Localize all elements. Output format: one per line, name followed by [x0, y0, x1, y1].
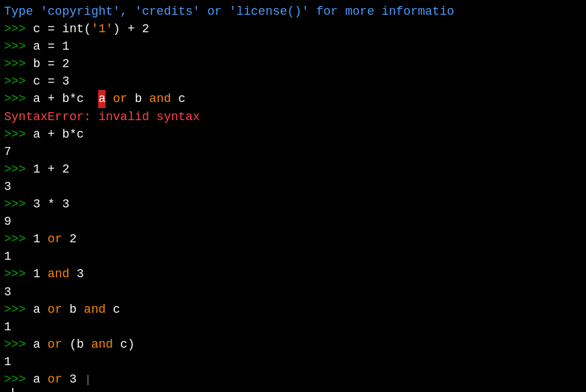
line-a-assign: >>> a = 1 [4, 38, 582, 55]
line-1-and-3: >>> 1 and 3 [4, 265, 582, 283]
line-1-or-2: >>> 1 or 2 [4, 230, 582, 248]
line-a-or-b-and-c: >>> a or b and c [4, 301, 582, 318]
line-b-assign: >>> b = 2 [4, 55, 582, 72]
line-out-9: 9 [4, 213, 582, 230]
line-syntax-error-input: >>> a + b*c a or b and c [4, 90, 582, 107]
line-a-or-3: >>> a or 3 │ [4, 371, 582, 388]
line-out-1c: 1 [4, 353, 582, 371]
line-c-assign: >>> c = int('1') + 2 [4, 20, 582, 38]
line-out-1b: 1 [4, 318, 582, 336]
line-a-bmc: >>> a + b*c [4, 126, 582, 143]
line-3-times-3: >>> 3 * 3 [4, 195, 582, 213]
line-c-assign2: >>> c = 3 [4, 72, 582, 90]
line-out-1a: 1 [4, 248, 582, 265]
line-a-or-paren: >>> a or (b and c) [4, 336, 582, 353]
terminal[interactable]: Type 'copyright', 'credits' or 'license(… [0, 0, 586, 392]
text-cursor [12, 388, 13, 392]
line-out-3b: 3 [4, 283, 582, 301]
line-out-3a: 3 [4, 178, 582, 195]
line-1-plus-2: >>> 1 + 2 [4, 160, 582, 178]
line-out-1d: 1 [4, 388, 582, 392]
line-comment: Type 'copyright', 'credits' or 'license(… [4, 3, 582, 20]
line-syntax-error: SyntaxError: invalid syntax [4, 108, 582, 126]
line-out-7: 7 [4, 143, 582, 160]
